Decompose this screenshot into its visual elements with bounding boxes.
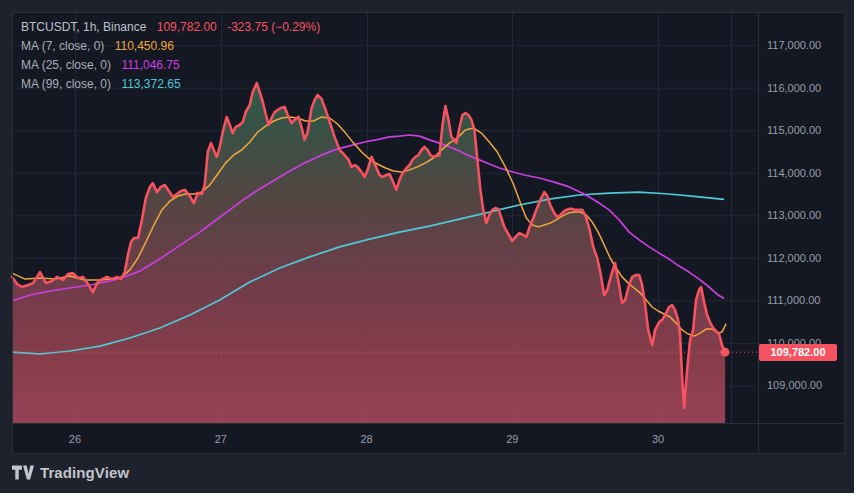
- price-tick-label: 114,000.00: [767, 166, 841, 180]
- ma25-label: MA (25, close, 0): [21, 58, 111, 72]
- legend-ma99-row[interactable]: MA (99, close, 0) 113,372.65: [21, 75, 320, 94]
- legend-symbol-row[interactable]: BTCUSDT, 1h, Binance 109,782.00 -323.75 …: [21, 18, 320, 37]
- tradingview-logo-icon: [12, 465, 34, 480]
- time-tick-label: 27: [199, 432, 243, 446]
- tradingview-attribution[interactable]: TradingView: [12, 464, 129, 481]
- last-price-marker: [721, 348, 730, 357]
- symbol-change: -323.75 (−0.29%): [227, 20, 320, 34]
- tradingview-brand-text: TradingView: [40, 464, 129, 481]
- price-tick-label: 117,000.00: [767, 38, 841, 52]
- price-tick-label: 112,000.00: [767, 251, 841, 265]
- chart-legend: BTCUSDT, 1h, Binance 109,782.00 -323.75 …: [21, 18, 320, 94]
- ma25-value: 111,046.75: [121, 58, 179, 72]
- symbol-title: BTCUSDT, 1h, Binance: [21, 20, 146, 34]
- price-tick-label: 113,000.00: [767, 208, 841, 222]
- ma99-label: MA (99, close, 0): [21, 77, 111, 91]
- price-tick-label: 116,000.00: [767, 81, 841, 95]
- time-tick-label: 30: [636, 432, 680, 446]
- tradingview-chart-widget: BTCUSDT, 1h, Binance 109,782.00 -323.75 …: [0, 0, 854, 493]
- time-tick-label: 26: [53, 432, 97, 446]
- legend-ma25-row[interactable]: MA (25, close, 0) 111,046.75: [21, 56, 320, 75]
- symbol-last-price: 109,782.00: [157, 20, 217, 34]
- time-tick-label: 28: [345, 432, 389, 446]
- price-tick-label: 115,000.00: [767, 123, 841, 137]
- legend-ma7-row[interactable]: MA (7, close, 0) 110,450.96: [21, 37, 320, 56]
- price-tick-label: 111,000.00: [767, 293, 841, 307]
- time-tick-label: 29: [490, 432, 534, 446]
- ma7-label: MA (7, close, 0): [21, 39, 104, 53]
- last-price-badge: 109,782.00: [759, 344, 837, 361]
- ma7-value: 110,450.96: [115, 39, 174, 53]
- price-tick-label: 109,000.00: [767, 378, 841, 392]
- ma99-value: 113,372.65: [121, 77, 180, 91]
